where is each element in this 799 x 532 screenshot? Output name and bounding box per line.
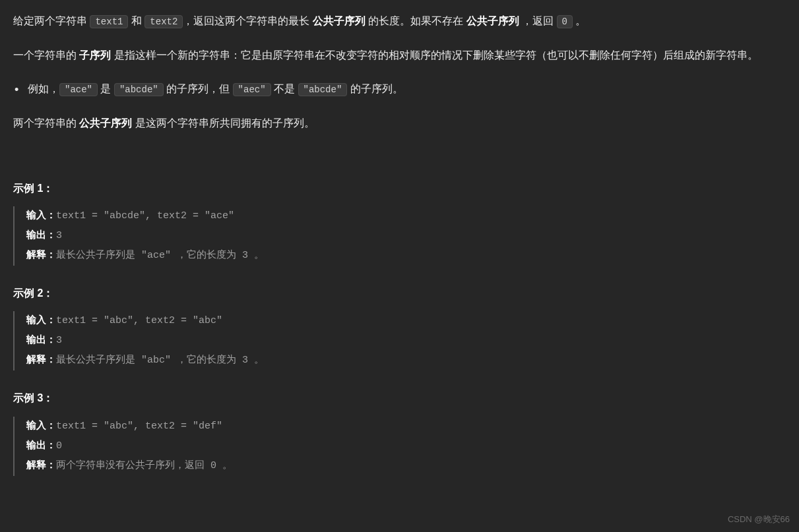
text: 给定两个字符串 [13, 15, 90, 26]
code-abcde-2: "abcde" [298, 83, 348, 96]
example-2-heading: 示例 2： [13, 284, 786, 302]
input-value: text1 = "abc", text2 = "def" [56, 421, 222, 432]
example-row: 解释：两个字符串没有公共子序列，返回 0 。 [26, 456, 786, 476]
example-1-block: 输入：text1 = "abcde", text2 = "ace" 输出：3 解… [13, 206, 786, 266]
example-1-heading: 示例 1： [13, 179, 786, 197]
bold-text: 公共子序列 [313, 15, 366, 26]
bold-text: 公共子序列 [79, 117, 132, 129]
example-row: 输出：3 [26, 331, 786, 351]
explain-value: 最长公共子序列是 "ace" ，它的长度为 3 。 [56, 250, 264, 261]
example-row: 解释：最长公共子序列是 "abc" ，它的长度为 3 。 [26, 351, 786, 370]
input-label: 输入： [26, 210, 56, 222]
example-3-block: 输入：text1 = "abc", text2 = "def" 输出：0 解释：… [13, 417, 786, 476]
explain-label: 解释： [26, 250, 56, 261]
example-row: 输入：text1 = "abc", text2 = "abc" [26, 311, 786, 331]
output-value: 3 [56, 335, 62, 346]
example-2-block: 输入：text1 = "abc", text2 = "abc" 输出：3 解释：… [13, 311, 786, 370]
output-label: 输出： [26, 335, 56, 346]
text: 的长度。如果不存在 [366, 15, 466, 26]
bold-text: 子序列 [79, 49, 113, 61]
example-row: 解释：最长公共子序列是 "ace" ，它的长度为 3 。 [26, 246, 786, 266]
example-row: 输出：3 [26, 226, 786, 246]
explain-label: 解释： [26, 460, 56, 471]
example-row: 输入：text1 = "abcde", text2 = "ace" [26, 206, 786, 226]
text: 的子序列，但 [164, 83, 233, 94]
code-zero: 0 [557, 15, 573, 28]
input-label: 输入： [26, 315, 56, 326]
code-text1: text1 [90, 15, 128, 28]
text: 和 [128, 15, 144, 26]
example-row: 输出：0 [26, 436, 786, 456]
code-ace: "ace" [59, 83, 98, 96]
input-value: text1 = "abc", text2 = "abc" [56, 315, 222, 326]
text: 的子序列。 [347, 83, 402, 94]
example-row: 输入：text1 = "abc", text2 = "def" [26, 417, 786, 436]
input-label: 输入： [26, 421, 56, 432]
watermark: CSDN @晚安66 [728, 512, 790, 527]
code-aec: "aec" [233, 83, 271, 96]
text: 。 [573, 15, 586, 26]
text: 两个字符串的 [13, 117, 79, 129]
text: 一个字符串的 [13, 49, 79, 61]
bullet-item: 例如，"ace" 是 "abcde" 的子序列，但 "aec" 不是 "abcd… [13, 80, 786, 98]
example-3-heading: 示例 3： [13, 389, 786, 407]
text: 例如， [28, 83, 59, 94]
output-value: 0 [56, 440, 62, 452]
output-label: 输出： [26, 230, 56, 241]
text: 是指这样一个新的字符串：它是由原字符串在不改变字符的相对顺序的情况下删除某些字符… [114, 49, 758, 61]
common-subsequence-paragraph: 两个字符串的 公共子序列 是这两个字符串所共同拥有的子序列。 [13, 114, 786, 132]
text: ，返回 [519, 15, 557, 26]
explain-value: 两个字符串没有公共子序列，返回 0 。 [56, 460, 232, 471]
input-value: text1 = "abcde", text2 = "ace" [56, 210, 234, 222]
text: 是这两个字符串所共同拥有的子序列。 [132, 117, 314, 129]
text: 不是 [271, 83, 298, 94]
explain-value: 最长公共子序列是 "abc" ，它的长度为 3 。 [56, 355, 264, 366]
output-label: 输出： [26, 440, 56, 452]
code-abcde: "abcde" [114, 83, 164, 96]
bold-text: 公共子序列 [466, 15, 519, 26]
explain-label: 解释： [26, 355, 56, 366]
text: ，返回这两个字符串的最长 [183, 15, 312, 26]
output-value: 3 [56, 230, 62, 241]
example-bullet-list: 例如，"ace" 是 "abcde" 的子序列，但 "aec" 不是 "abcd… [13, 80, 786, 98]
text: 是 [98, 83, 114, 94]
definition-paragraph: 一个字符串的 子序列 是指这样一个新的字符串：它是由原字符串在不改变字符的相对顺… [13, 46, 786, 64]
intro-paragraph: 给定两个字符串 text1 和 text2，返回这两个字符串的最长 公共子序列 … [13, 12, 786, 30]
code-text2: text2 [144, 15, 183, 28]
